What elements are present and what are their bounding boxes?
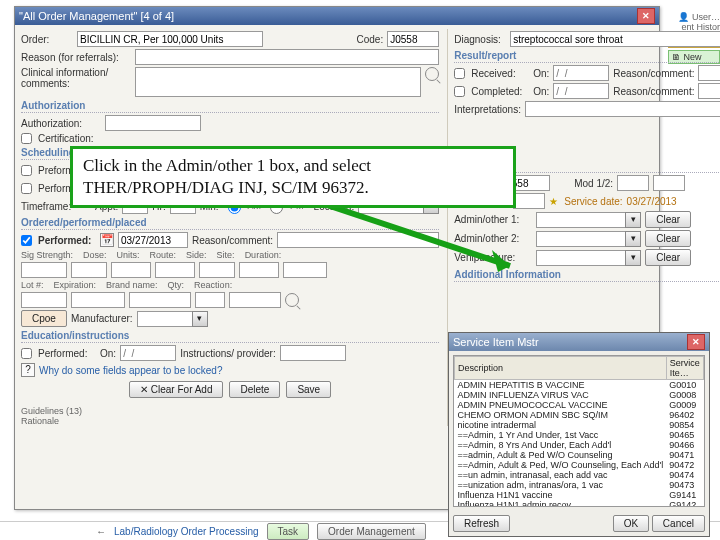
completed-checkbox[interactable] [454,86,465,97]
clear-for-add-button[interactable]: ✕ Clear For Add [129,381,223,398]
table-row[interactable]: ==admin, Adult & Ped W/O Counseling90471 [455,450,704,460]
certification-label: Certification: [38,133,94,144]
table-row[interactable]: nicotine intradermal90854 [455,420,704,430]
refresh-button[interactable]: Refresh [453,515,510,532]
titlebar: "All Order Management" [4 of 4] ✕ [15,7,659,25]
star-icon: ★ [549,196,558,207]
site-input[interactable] [239,262,279,278]
locked-fields-link[interactable]: Why do some fields appear to be locked? [39,365,222,376]
window-title: "All Order Management" [4 of 4] [19,7,174,25]
authorization-label: Authorization: [21,118,101,129]
table-row[interactable]: ==unization adm, intranas/ora, 1 vac9047… [455,480,704,490]
table-row[interactable]: ==Admin, 1 Yr And Under, 1st Vacc90465 [455,430,704,440]
interpretations-input[interactable] [525,101,720,117]
service-date: 03/27/2013 [627,196,677,207]
result-report-header: Result/report [454,50,720,63]
education-header: Education/instructions [21,330,439,343]
order-input[interactable] [77,31,263,47]
table-row[interactable]: Influenza H1N1 admin recovG9142 [455,500,704,507]
performed-checkbox[interactable] [21,235,32,246]
callout-arrow-icon [320,200,540,300]
calendar-icon[interactable]: 📅 [100,233,114,247]
venipuncture-input[interactable] [536,250,625,266]
lot-input[interactable] [21,292,67,308]
authorization-input[interactable] [105,115,201,131]
service-item-master-dialog: Service Item Mstr ✕ Description Service … [448,332,710,537]
rationale-link[interactable]: Rationale [21,416,439,426]
table-row[interactable]: ADMIN HEPATITIS B VACCINEG0010 [455,380,704,391]
received-checkbox[interactable] [454,68,465,79]
chevron-down-icon[interactable]: ▾ [625,250,641,266]
table-row[interactable]: ADMIN INFLUENZA VIRUS VACG0008 [455,390,704,400]
reason-label: Reason (for referrals): [21,52,131,63]
manufacturer-select[interactable] [137,311,192,327]
side-input[interactable] [199,262,235,278]
route-input[interactable] [155,262,195,278]
clear-admin2-button[interactable]: Clear [645,230,691,247]
instruction-callout: Click in the Admin/other 1 box, and sele… [70,146,516,208]
clear-veni-button[interactable]: Clear [645,249,691,266]
cancel-button[interactable]: Cancel [652,515,705,532]
clinical-info-input[interactable] [135,67,421,97]
order-label: Order: [21,34,73,45]
table-row[interactable]: ADMIN PNEUMOCOCCAL VACCINEG0009 [455,400,704,410]
dose-input[interactable] [71,262,107,278]
guidelines-link[interactable]: Guidelines (13) [21,406,439,416]
qty-input[interactable] [195,292,225,308]
col-description[interactable]: Description [455,357,667,380]
diagnosis-input[interactable] [510,31,720,47]
units-input[interactable] [111,262,151,278]
brand-input[interactable] [129,292,191,308]
chevron-down-icon[interactable]: ▾ [625,231,641,247]
chevron-down-icon[interactable]: ▾ [625,212,641,228]
col-service-item[interactable]: Service Ite… [666,357,703,380]
delete-button[interactable]: Delete [229,381,280,398]
task-button-bottom[interactable]: Task [267,523,310,540]
magnify-icon[interactable] [285,293,299,307]
code-label: Code: [357,34,384,45]
preformed-checkbox[interactable] [21,165,32,176]
sig-input[interactable] [21,262,67,278]
instructions-input[interactable] [280,345,346,361]
order-management-button[interactable]: Order Management [317,523,426,540]
performed-checkbox-sched[interactable] [21,183,32,194]
table-row[interactable]: ==Admin, 8 Yrs And Under, Each Add'l9046… [455,440,704,450]
performed-edu-checkbox[interactable] [21,348,32,359]
performed-date[interactable] [118,232,188,248]
lab-radiology-link[interactable]: Lab/Radiology Order Processing [114,526,259,537]
save-button[interactable]: Save [286,381,331,398]
close-icon[interactable]: ✕ [687,334,705,350]
admin-other-1-input[interactable] [536,212,625,228]
clinical-info-label: Clinical information/ comments: [21,67,131,89]
close-icon[interactable]: ✕ [637,8,655,24]
reason-input[interactable] [135,49,439,65]
table-row[interactable]: ==Admin, Adult & Ped, W/O Counseling, Ea… [455,460,704,470]
certification-checkbox[interactable] [21,133,32,144]
reaction-input[interactable] [229,292,281,308]
dialog-title: Service Item Mstr [453,333,539,351]
admin-other-2-input[interactable] [536,231,625,247]
table-row[interactable]: ==un admin, intranasal, each add vac9047… [455,470,704,480]
mod1-input[interactable] [617,175,649,191]
magnify-icon[interactable] [425,67,439,81]
cpoe-button[interactable]: Cpoe [21,310,67,327]
table-row[interactable]: Influenza H1N1 vaccineG9141 [455,490,704,500]
help-icon[interactable]: ? [21,363,35,377]
expiration-input[interactable] [71,292,125,308]
table-row[interactable]: CHEMO ORMON ADMIN SBC SQ/IM96402 [455,410,704,420]
authorization-header: Authorization [21,100,439,113]
chevron-down-icon[interactable]: ▾ [192,311,208,327]
clear-admin1-button[interactable]: Clear [645,211,691,228]
code-input[interactable] [387,31,439,47]
ok-button[interactable]: OK [613,515,649,532]
mod2-input[interactable] [653,175,685,191]
diagnosis-label: Diagnosis: [454,34,506,45]
service-item-table[interactable]: Description Service Ite… ADMIN HEPATITIS… [454,356,704,507]
